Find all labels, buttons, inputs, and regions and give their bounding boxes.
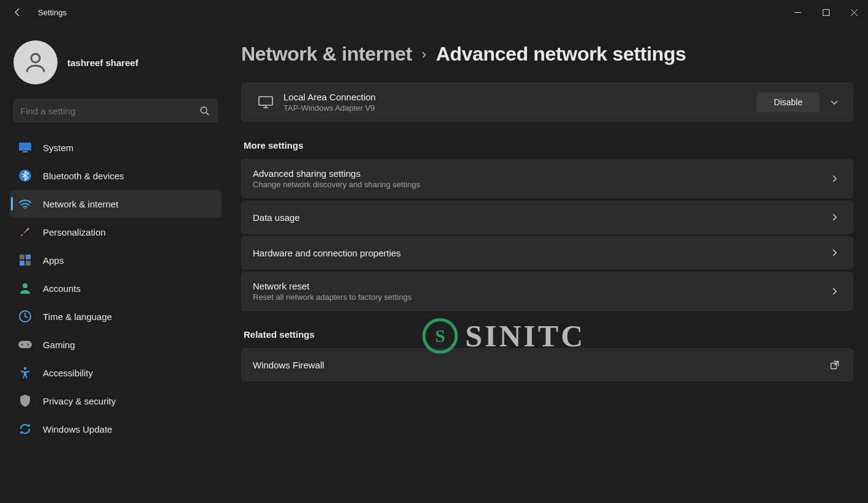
svg-rect-9 bbox=[20, 261, 24, 266]
adapter-subtitle: TAP-Windows Adapter V9 bbox=[283, 103, 757, 113]
chevron-right-icon bbox=[827, 171, 842, 186]
arrow-left-icon bbox=[13, 7, 23, 17]
update-icon bbox=[18, 422, 32, 436]
search-box[interactable] bbox=[13, 99, 218, 122]
nav-label: Accessibility bbox=[43, 368, 93, 378]
chevron-right-icon bbox=[827, 284, 842, 299]
maximize-icon bbox=[823, 9, 829, 16]
window-controls bbox=[784, 2, 868, 22]
accessibility-icon bbox=[18, 366, 32, 379]
bluetooth-icon bbox=[18, 169, 32, 182]
avatar bbox=[13, 40, 58, 84]
svg-rect-8 bbox=[26, 255, 31, 259]
svg-rect-13 bbox=[18, 341, 32, 348]
nav-accessibility[interactable]: Accessibility bbox=[10, 359, 222, 387]
row-title: Network reset bbox=[253, 281, 827, 291]
svg-point-14 bbox=[21, 344, 23, 346]
breadcrumb: Network & internet › Advanced network se… bbox=[241, 43, 853, 65]
section-related-settings: Related settings bbox=[244, 329, 853, 340]
row-data-usage[interactable]: Data usage bbox=[241, 201, 853, 234]
expand-button[interactable] bbox=[827, 95, 842, 110]
svg-rect-7 bbox=[20, 255, 24, 259]
row-advanced-sharing[interactable]: Advanced sharing settings Change network… bbox=[241, 159, 853, 198]
nav-system[interactable]: System bbox=[10, 133, 222, 162]
nav-label: Windows Update bbox=[43, 424, 112, 434]
nav-accounts[interactable]: Accounts bbox=[10, 274, 222, 302]
nav-personalization[interactable]: Personalization bbox=[10, 218, 222, 246]
svg-point-1 bbox=[31, 54, 40, 62]
window-title: Settings bbox=[38, 8, 67, 17]
breadcrumb-parent[interactable]: Network & internet bbox=[241, 43, 412, 65]
nav: System Bluetooth & devices Network & int… bbox=[10, 133, 222, 443]
row-title: Advanced sharing settings bbox=[253, 168, 827, 179]
svg-rect-0 bbox=[823, 9, 829, 15]
nav-label: Personalization bbox=[43, 227, 106, 237]
svg-point-16 bbox=[24, 367, 26, 370]
search-icon bbox=[198, 106, 211, 116]
open-external-icon bbox=[827, 357, 842, 372]
close-button[interactable] bbox=[840, 2, 868, 22]
svg-rect-4 bbox=[23, 151, 28, 152]
row-network-reset[interactable]: Network reset Reset all network adapters… bbox=[241, 272, 853, 311]
user-name: tashreef shareef bbox=[67, 58, 138, 68]
gamepad-icon bbox=[18, 338, 32, 351]
nav-label: Gaming bbox=[43, 340, 75, 350]
row-subtitle: Change network discovery and sharing set… bbox=[253, 180, 827, 189]
account-icon bbox=[18, 281, 32, 295]
nav-time-language[interactable]: Time & language bbox=[10, 302, 222, 330]
svg-point-2 bbox=[201, 107, 207, 113]
nav-label: Apps bbox=[43, 255, 64, 266]
nav-gaming[interactable]: Gaming bbox=[10, 330, 222, 359]
row-windows-firewall[interactable]: Windows Firewall bbox=[241, 348, 853, 381]
wifi-icon bbox=[18, 197, 32, 211]
shield-icon bbox=[18, 394, 32, 408]
chevron-right-icon bbox=[827, 210, 842, 225]
svg-rect-3 bbox=[19, 143, 31, 151]
nav-label: Network & internet bbox=[43, 199, 118, 209]
titlebar: Settings bbox=[0, 0, 868, 24]
main-content: Network & internet › Advanced network se… bbox=[226, 24, 868, 503]
nav-bluetooth[interactable]: Bluetooth & devices bbox=[10, 162, 222, 190]
row-title: Hardware and connection properties bbox=[253, 248, 827, 258]
clock-globe-icon bbox=[18, 310, 32, 323]
ethernet-icon bbox=[253, 95, 279, 109]
chevron-right-icon bbox=[827, 245, 842, 260]
sidebar: tashreef shareef System Bluetooth & devi… bbox=[0, 24, 226, 503]
minimize-icon bbox=[795, 9, 801, 16]
nav-label: Privacy & security bbox=[43, 396, 116, 406]
section-more-settings: More settings bbox=[244, 140, 853, 151]
nav-label: Accounts bbox=[43, 283, 81, 294]
apps-icon bbox=[18, 253, 32, 267]
chevron-right-icon: › bbox=[422, 47, 426, 62]
adapter-card[interactable]: Local Area Connection TAP-Windows Adapte… bbox=[241, 83, 853, 122]
disable-button[interactable]: Disable bbox=[757, 92, 820, 112]
nav-privacy[interactable]: Privacy & security bbox=[10, 387, 222, 415]
nav-windows-update[interactable]: Windows Update bbox=[10, 415, 222, 443]
row-hardware-properties[interactable]: Hardware and connection properties bbox=[241, 236, 853, 269]
row-title: Data usage bbox=[253, 212, 827, 223]
user-block[interactable]: tashreef shareef bbox=[10, 37, 222, 97]
nav-label: Bluetooth & devices bbox=[43, 171, 124, 181]
svg-point-11 bbox=[23, 283, 28, 288]
adapter-title: Local Area Connection bbox=[283, 92, 757, 102]
nav-apps[interactable]: Apps bbox=[10, 246, 222, 274]
nav-label: Time & language bbox=[43, 311, 112, 322]
display-icon bbox=[18, 141, 32, 154]
svg-rect-17 bbox=[259, 97, 272, 105]
minimize-button[interactable] bbox=[784, 2, 812, 22]
row-subtitle: Reset all network adapters to factory se… bbox=[253, 292, 827, 302]
maximize-button[interactable] bbox=[812, 2, 840, 22]
svg-point-15 bbox=[28, 344, 29, 346]
nav-label: System bbox=[43, 143, 73, 153]
search-input[interactable] bbox=[20, 106, 198, 116]
adapter-text: Local Area Connection TAP-Windows Adapte… bbox=[283, 92, 757, 113]
back-button[interactable] bbox=[7, 2, 28, 23]
nav-network[interactable]: Network & internet bbox=[10, 190, 222, 218]
page-title: Advanced network settings bbox=[436, 43, 686, 65]
chevron-down-icon bbox=[830, 98, 839, 106]
svg-point-6 bbox=[24, 208, 26, 209]
close-icon bbox=[851, 9, 858, 16]
person-icon bbox=[23, 50, 48, 75]
paintbrush-icon bbox=[18, 225, 32, 239]
row-title: Windows Firewall bbox=[253, 360, 827, 370]
